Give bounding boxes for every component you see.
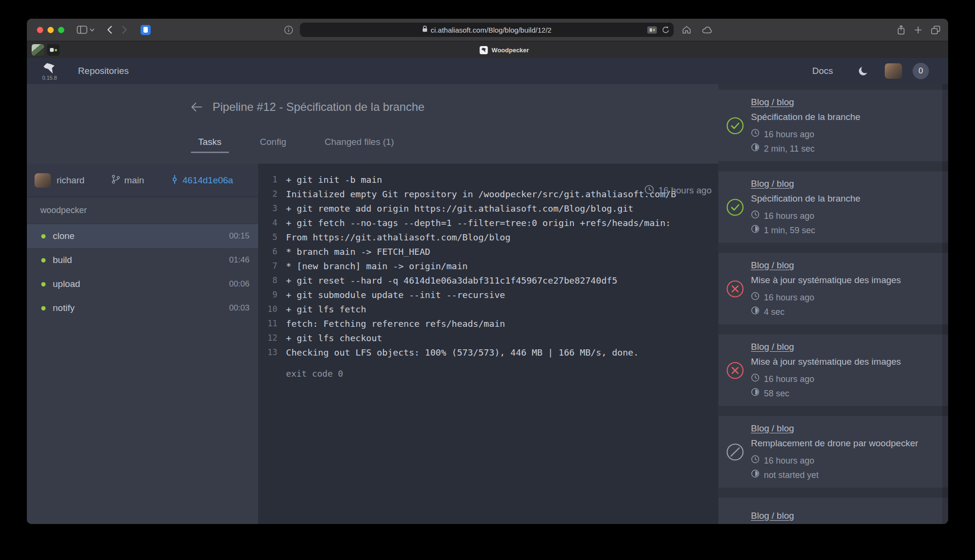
pipeline-time: 16 hours ago [764, 455, 814, 466]
pipeline-message: Spécification de la branche [751, 193, 940, 204]
duration-icon [751, 388, 760, 399]
info-icon[interactable] [284, 25, 293, 35]
dark-mode-toggle-icon[interactable] [858, 66, 868, 76]
repo-link[interactable]: Blog / blog [751, 423, 940, 434]
reload-icon[interactable] [662, 26, 669, 34]
log-line-number: 10 [258, 304, 277, 314]
browser-window: ci.athaliasoft.com/Blog/blog/build/12/2 [27, 19, 948, 524]
log-line-text: From https://git.athaliasoft.com/Blog/bl… [286, 232, 511, 242]
repo-link[interactable]: Blog / blog [751, 178, 940, 190]
commit-hash-link[interactable]: 4614d1e06a [182, 175, 233, 186]
minimize-window-button[interactable] [48, 27, 54, 33]
repo-link[interactable]: Blog / blog [751, 96, 940, 108]
step-row[interactable]: notify 00:03 [27, 296, 258, 320]
woodpecker-logo[interactable]: 0.15.8 [42, 61, 57, 81]
step-name: clone [53, 231, 74, 241]
log-line: 9 + git submodule update --init --recurs… [258, 287, 718, 302]
clock-icon [751, 455, 760, 466]
workflow-name[interactable]: woodpecker [27, 197, 258, 224]
close-window-button[interactable] [37, 27, 43, 33]
pipeline-tab[interactable]: Tasks [191, 132, 229, 153]
pipeline-duration: 58 sec [764, 388, 789, 399]
log-line: 12 + git lfs checkout [258, 331, 718, 345]
log-line: 11 fetch: Fetching reference refs/heads/… [258, 316, 718, 331]
home-icon[interactable] [682, 25, 691, 34]
pipeline-list-item[interactable]: Blog / blog Mise à jour systématique des… [718, 334, 948, 406]
share-icon[interactable] [897, 25, 905, 35]
pipeline-time-ago: 16 hours ago [658, 185, 712, 196]
pinned-tab[interactable] [47, 44, 59, 56]
log-line-number: 6 [258, 247, 277, 256]
log-line-text: * branch main -> FETCH_HEAD [286, 247, 430, 257]
tab-label: Tasks [198, 137, 222, 147]
step-list: clone 00:15 build 01:46 upload [27, 224, 258, 320]
back-button[interactable] [106, 25, 112, 34]
pipeline-list-item[interactable]: Blog / blog Remplacement de drone par wo… [718, 416, 948, 488]
extension-badge-icon[interactable] [647, 26, 657, 34]
pipeline-time: 16 hours ago [764, 129, 814, 140]
active-tab[interactable]: Woodpecker [480, 41, 529, 59]
log-line-text: + git remote add origin https://git.atha… [286, 203, 633, 214]
step-status-dot-icon [41, 282, 46, 286]
repo-link[interactable]: Blog / blog [751, 260, 940, 271]
notification-badge[interactable]: 0 [913, 63, 929, 79]
log-line-text: + git reset --hard -q 4614d1e06a3dabf311… [286, 275, 618, 286]
step-row[interactable]: upload 00:06 [27, 272, 258, 296]
pipeline-list-item[interactable]: Blog / blog [718, 498, 948, 524]
pipeline-list-sidebar: Blog / blog Spécification de la branche … [718, 84, 948, 524]
new-tab-icon[interactable] [914, 26, 922, 34]
log-line-number: 13 [258, 347, 277, 357]
nav-docs[interactable]: Docs [812, 66, 833, 76]
window-controls [37, 27, 64, 33]
clock-icon [751, 129, 760, 140]
back-arrow-icon[interactable] [190, 101, 203, 113]
pinned-tab[interactable] [32, 44, 44, 56]
pipeline-message: Spécification de la branche [751, 111, 940, 123]
step-name: build [53, 255, 72, 265]
log-line-text: Initialized empty Git repository in /woo… [286, 189, 676, 199]
log-line: 13 Checking out LFS objects: 100% (573/5… [258, 345, 718, 359]
tab-label: Changed files (1) [325, 137, 394, 147]
tab-title: Woodpecker [492, 47, 529, 54]
desktop-background: ci.athaliasoft.com/Blog/blog/build/12/2 [0, 0, 975, 560]
woodpecker-app: 0.15.8 Repositories Docs 0 [27, 58, 948, 524]
pipeline-list-item[interactable]: Blog / blog Spécification de la branche … [718, 171, 948, 243]
pipeline-tab[interactable]: Changed files (1) [318, 132, 402, 153]
step-name: upload [53, 279, 80, 289]
step-duration: 00:06 [229, 279, 250, 289]
repo-link[interactable]: Blog / blog [751, 341, 940, 353]
step-duration: 01:46 [229, 255, 250, 265]
sidebar-toggle-icon[interactable] [77, 25, 87, 34]
pipeline-duration: 4 sec [764, 306, 785, 318]
chevron-down-icon[interactable] [90, 28, 95, 32]
pipeline-list-item[interactable]: Blog / blog Spécification de la branche … [718, 90, 948, 161]
duration-icon [751, 469, 760, 481]
cloud-icon[interactable] [702, 26, 713, 34]
log-line-text: + git init -b main [286, 175, 382, 185]
log-line: 5 From https://git.athaliasoft.com/Blog/… [258, 230, 718, 244]
clock-icon [751, 373, 760, 385]
user-avatar[interactable] [885, 63, 902, 79]
address-bar[interactable]: ci.athaliasoft.com/Blog/blog/build/12/2 [300, 23, 674, 37]
step-row[interactable]: clone 00:15 [27, 224, 258, 248]
pipeline-list-item[interactable]: Blog / blog Mise à jour systématique des… [718, 253, 948, 324]
step-duration: 00:15 [229, 231, 250, 241]
repo-link[interactable]: Blog / blog [751, 510, 940, 522]
pinned-site-icon[interactable] [141, 25, 151, 35]
log-panel: 1 + git init -b main 2 Initialized empty… [258, 164, 718, 524]
zoom-window-button[interactable] [58, 27, 64, 33]
step-status-dot-icon [41, 306, 46, 310]
pipeline-tab[interactable]: Config [253, 132, 294, 153]
pipeline-status-icon [726, 361, 744, 380]
log-line: 10 + git lfs fetch [258, 302, 718, 316]
log-line: 3 + git remote add origin https://git.at… [258, 201, 718, 215]
log-line-number: 7 [258, 261, 277, 271]
step-row[interactable]: build 01:46 [27, 248, 258, 272]
branch-icon [111, 175, 120, 186]
pipeline-header: Pipeline #12 - Spécification de la branc… [27, 84, 718, 164]
log-line: 4 + git fetch --no-tags --depth=1 --filt… [258, 215, 718, 230]
lock-icon [422, 25, 428, 34]
tab-overview-icon[interactable] [931, 25, 940, 35]
nav-repositories[interactable]: Repositories [78, 66, 129, 76]
forward-button[interactable] [122, 25, 128, 34]
